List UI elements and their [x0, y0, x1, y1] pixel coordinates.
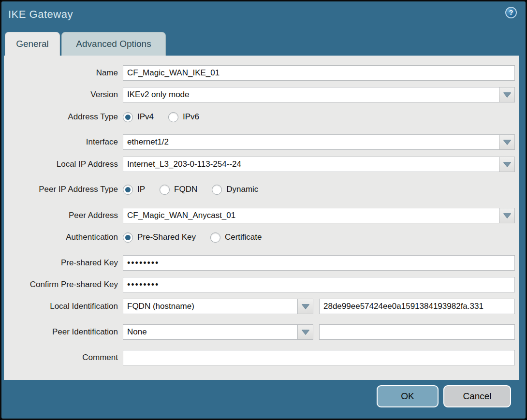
- ip-radio-label[interactable]: IP: [137, 185, 145, 194]
- ipv4-radio[interactable]: [123, 112, 133, 122]
- comment-row: Comment: [4, 350, 519, 365]
- local-identification-type-input[interactable]: [123, 299, 298, 314]
- ip-radio[interactable]: [123, 185, 133, 195]
- local-ip-address-row: Local IP Address: [4, 157, 519, 172]
- cancel-button[interactable]: Cancel: [443, 385, 511, 407]
- chevron-down-icon: [503, 92, 511, 97]
- chevron-down-icon: [503, 162, 511, 167]
- local-identification-dropdown-button[interactable]: [297, 299, 313, 314]
- pre-shared-key-input[interactable]: [123, 255, 515, 271]
- peer-address-input[interactable]: [123, 208, 499, 223]
- dynamic-radio-label[interactable]: Dynamic: [226, 185, 258, 194]
- peer-ip-address-type-row: Peer IP Address Type IP FQDN Dynamic: [4, 183, 519, 196]
- peer-address-label: Peer Address: [4, 211, 123, 220]
- auth-option-certificate[interactable]: Certificate: [210, 232, 262, 243]
- confirm-pre-shared-key-row: Confirm Pre-shared Key: [4, 277, 519, 292]
- version-input[interactable]: [123, 87, 499, 102]
- fqdn-radio[interactable]: [160, 185, 170, 195]
- peer-ip-type-option-fqdn[interactable]: FQDN: [160, 185, 197, 195]
- address-type-option-ipv6[interactable]: IPv6: [168, 112, 199, 122]
- local-identification-label: Local Identification: [4, 302, 123, 311]
- name-input[interactable]: [123, 65, 515, 81]
- interface-label: Interface: [4, 137, 123, 147]
- pre-shared-key-radio-label[interactable]: Pre-Shared Key: [137, 232, 196, 242]
- local-identification-row: Local Identification: [4, 299, 519, 314]
- comment-input[interactable]: [123, 350, 515, 365]
- peer-identification-type-input[interactable]: [123, 324, 298, 340]
- ipv6-radio[interactable]: [168, 112, 178, 122]
- version-row: Version: [4, 87, 519, 102]
- dialog-title: IKE Gateway: [8, 8, 73, 21]
- address-type-option-ipv4[interactable]: IPv4: [123, 112, 154, 122]
- version-dropdown-button[interactable]: [499, 87, 515, 102]
- dynamic-radio[interactable]: [212, 185, 222, 195]
- peer-ip-type-option-dynamic[interactable]: Dynamic: [212, 185, 258, 195]
- authentication-label: Authentication: [4, 232, 123, 242]
- authentication-row: Authentication Pre-Shared Key Certificat…: [4, 231, 519, 244]
- chevron-down-icon: [302, 330, 309, 334]
- chevron-down-icon: [503, 213, 511, 218]
- peer-identification-label: Peer Identification: [4, 327, 123, 337]
- peer-identification-dropdown-button[interactable]: [297, 324, 313, 340]
- address-type-label: Address Type: [4, 112, 123, 122]
- local-ip-address-input[interactable]: [123, 157, 499, 172]
- auth-option-pre-shared-key[interactable]: Pre-Shared Key: [123, 232, 196, 243]
- local-ip-address-dropdown-button[interactable]: [499, 157, 515, 172]
- peer-ip-address-type-label: Peer IP Address Type: [4, 185, 123, 194]
- confirm-pre-shared-key-label: Confirm Pre-shared Key: [4, 280, 123, 290]
- pre-shared-key-row: Pre-shared Key: [4, 255, 519, 271]
- interface-dropdown-button[interactable]: [499, 134, 515, 150]
- peer-identification-row: Peer Identification: [4, 324, 519, 340]
- comment-label: Comment: [4, 353, 123, 362]
- peer-identification-value-input[interactable]: [319, 324, 515, 340]
- pre-shared-key-label: Pre-shared Key: [4, 258, 123, 268]
- local-identification-value-input[interactable]: [319, 299, 515, 314]
- ipv6-radio-label[interactable]: IPv6: [183, 112, 199, 122]
- name-row: Name: [4, 65, 519, 81]
- version-label: Version: [4, 90, 123, 100]
- tab-general[interactable]: General: [5, 32, 60, 56]
- certificate-radio-label[interactable]: Certificate: [225, 232, 262, 242]
- chevron-down-icon: [503, 140, 511, 145]
- peer-ip-type-option-ip[interactable]: IP: [123, 185, 145, 195]
- interface-input[interactable]: [123, 134, 499, 150]
- help-icon[interactable]: ?: [505, 7, 517, 18]
- tab-advanced-options-label: Advanced Options: [76, 39, 151, 49]
- name-label: Name: [4, 68, 123, 78]
- tab-bar: General Advanced Options: [5, 32, 166, 56]
- ipv4-radio-label[interactable]: IPv4: [137, 112, 154, 122]
- local-ip-address-label: Local IP Address: [4, 159, 123, 169]
- fqdn-radio-label[interactable]: FQDN: [174, 185, 197, 194]
- ok-button[interactable]: OK: [377, 385, 439, 407]
- chevron-down-icon: [302, 304, 309, 309]
- confirm-pre-shared-key-input[interactable]: [123, 277, 515, 292]
- tab-advanced-options[interactable]: Advanced Options: [61, 32, 166, 56]
- general-tab-panel: Name Version Address Type: [4, 56, 519, 380]
- certificate-radio[interactable]: [210, 232, 220, 243]
- tab-general-label: General: [16, 39, 49, 49]
- ike-gateway-dialog: IKE Gateway ? General Advanced Options N…: [0, 0, 527, 420]
- peer-address-dropdown-button[interactable]: [499, 208, 515, 223]
- peer-address-row: Peer Address: [4, 208, 519, 223]
- pre-shared-key-radio[interactable]: [123, 232, 133, 243]
- interface-row: Interface: [4, 134, 519, 150]
- address-type-row: Address Type IPv4 IPv6: [4, 110, 519, 124]
